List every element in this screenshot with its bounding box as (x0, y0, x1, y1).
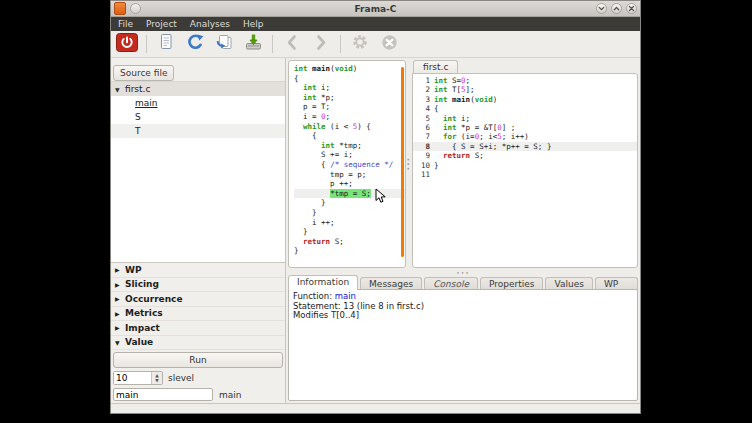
close-button[interactable] (626, 3, 637, 14)
code-line[interactable]: *tmp = S; (294, 189, 405, 199)
code-line[interactable]: i = 0; (294, 112, 405, 122)
caret-right-icon: ▶ (115, 266, 125, 273)
info-link[interactable]: main (335, 291, 356, 301)
code-line[interactable]: } (294, 246, 405, 256)
source-file-button[interactable]: Source file (113, 65, 174, 81)
tree-caret-icon[interactable]: ▼ (115, 86, 123, 93)
slevel-stepper[interactable]: ▲▼ (151, 372, 162, 384)
run-button[interactable]: Run (113, 352, 283, 368)
analysis-item-value[interactable]: ▼Value (111, 336, 285, 351)
main-function-label: main (219, 390, 242, 400)
tree-item-s[interactable]: S (111, 110, 285, 124)
code-line[interactable]: int i; (294, 83, 405, 93)
code-line[interactable]: 8 { S = S+i; *p++ = S; } (413, 142, 637, 151)
code-line[interactable]: 2int T[5]; (413, 85, 637, 94)
code-line[interactable]: 3int main(void) (413, 95, 637, 104)
code-line[interactable]: int *tmp; (294, 141, 405, 151)
load-session-icon (215, 33, 234, 55)
forward-button[interactable] (309, 33, 333, 55)
analysis-item-impact[interactable]: ▶Impact (111, 321, 285, 336)
code-line[interactable]: int main(void) (294, 64, 405, 74)
code-segment (434, 132, 443, 141)
code-line[interactable]: } (294, 198, 405, 208)
code-segment: int (294, 64, 308, 74)
code-segment: (i= (457, 132, 475, 141)
code-line[interactable]: i ++; (294, 218, 405, 228)
code-segment: ; (326, 112, 331, 122)
save-session-icon (244, 33, 263, 55)
code-line[interactable]: int *p; (294, 93, 405, 103)
new-file-icon (157, 33, 175, 55)
code-line[interactable]: 10} (413, 161, 637, 170)
code-line[interactable]: } (294, 208, 405, 218)
code-line[interactable]: p ++; (294, 179, 405, 189)
caret-right-icon: ▶ (115, 324, 125, 331)
file-tab-first-c[interactable]: first.c (413, 60, 458, 73)
code-segment: S; (330, 237, 344, 247)
code-segment: (i < (326, 122, 353, 132)
code-line[interactable]: { (294, 131, 405, 141)
code-line[interactable]: { (294, 74, 405, 84)
tree-item-main[interactable]: main (111, 96, 285, 110)
power-button[interactable] (115, 33, 139, 55)
toolbar (111, 31, 640, 58)
minimize-button[interactable] (596, 3, 607, 14)
code-line[interactable]: 6 int *p = &T[0] ; (413, 123, 637, 132)
code-line[interactable]: 5 int i; (413, 114, 637, 123)
menu-project[interactable]: Project (146, 19, 177, 29)
code-line[interactable]: 7 for (i=0; i<5; i++) (413, 132, 637, 141)
line-number: 2 (413, 85, 434, 94)
gear-button[interactable] (348, 33, 372, 55)
analysis-item-occurrence[interactable]: ▶Occurrence (111, 292, 285, 307)
menu-help[interactable]: Help (243, 19, 264, 29)
menu-file[interactable]: File (118, 19, 133, 29)
tree-item-label: main (135, 98, 158, 108)
reload-button[interactable] (183, 33, 207, 55)
new-file-button[interactable] (154, 33, 178, 55)
bottom-tab-information[interactable]: Information (288, 275, 358, 290)
main-function-input[interactable] (113, 388, 213, 401)
code-segment (434, 123, 443, 132)
code-line[interactable]: { /* sequence */ (294, 160, 405, 170)
code-segment: for (443, 132, 457, 141)
code-segment: { S = S+i; *p++ = S; } (434, 142, 551, 151)
line-number: 6 (413, 123, 434, 132)
analysis-item-slicing[interactable]: ▶Slicing (111, 278, 285, 293)
code-line[interactable]: S += i; (294, 150, 405, 160)
desktop: Frama-C FileProjectAnalysesHelp (0, 0, 752, 423)
code-line[interactable]: while (i < 5) { (294, 122, 405, 132)
code-line[interactable]: return S; (294, 237, 405, 247)
code-line[interactable]: tmp = p; (294, 170, 405, 180)
save-session-button[interactable] (241, 33, 265, 55)
code-segment: S= (448, 76, 462, 85)
maximize-button[interactable] (611, 3, 622, 14)
code-line[interactable]: 1int S=0; (413, 76, 637, 85)
code-segment: ) { (357, 122, 371, 132)
code-line[interactable]: } (294, 227, 405, 237)
code-segment: int (303, 83, 317, 93)
tree-item-first-c[interactable]: ▼first.c (111, 82, 285, 96)
code-segment: } (294, 246, 299, 256)
load-session-button[interactable] (212, 33, 236, 55)
info-text: Modifies (293, 310, 331, 320)
vertical-scrollbar[interactable] (401, 67, 404, 257)
code-segment: ; (466, 76, 471, 85)
analysis-item-label: Impact (125, 323, 160, 333)
info-text: Statement: 13 (line 8 in first.c) (293, 301, 424, 311)
analyses-list: ▶WP▶Slicing▶Occurrence▶Metrics▶Impact▼Va… (111, 262, 285, 350)
stop-button[interactable] (377, 33, 401, 55)
code-segment: int (321, 141, 335, 151)
info-text: [0..4] (336, 310, 359, 320)
code-line[interactable]: 11 (413, 170, 637, 179)
menu-analyses[interactable]: Analyses (190, 19, 230, 29)
code-line[interactable]: p = T; (294, 102, 405, 112)
tree-item-t[interactable]: T (111, 124, 285, 138)
code-segment: int (434, 76, 448, 85)
back-button[interactable] (280, 33, 304, 55)
analysis-item-metrics[interactable]: ▶Metrics (111, 307, 285, 322)
line-number: 7 (413, 132, 434, 141)
code-line[interactable]: 9 return S; (413, 151, 637, 160)
analysis-item-wp[interactable]: ▶WP (111, 263, 285, 278)
slevel-input[interactable] (114, 372, 151, 384)
code-line[interactable]: 4{ (413, 104, 637, 113)
